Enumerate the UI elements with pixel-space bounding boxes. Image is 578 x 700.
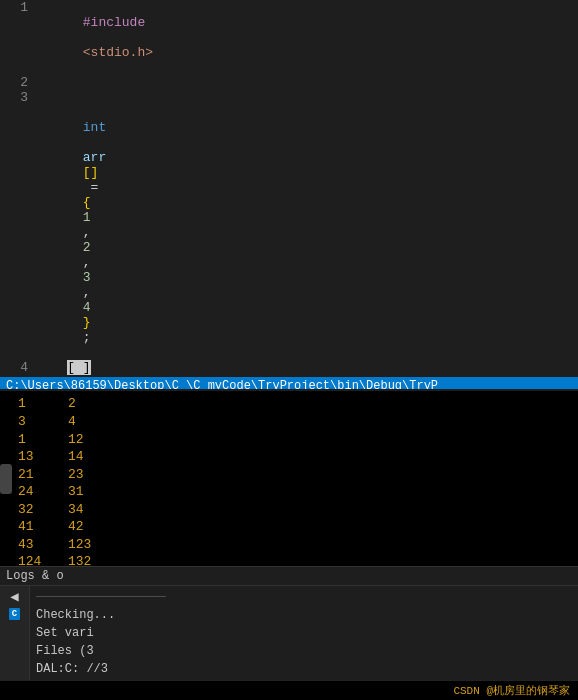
console-number: 42 — [68, 518, 118, 536]
console-number-row: 4142 — [18, 518, 560, 536]
comma1: , — [83, 225, 99, 240]
log-files: Files (3 — [36, 642, 572, 660]
log-separator: —————————————————— — [36, 588, 572, 606]
console-number: 123 — [68, 536, 118, 554]
console-number-row: 43123 — [18, 536, 560, 554]
console-number: 24 — [18, 483, 68, 501]
console-number-row: 1314 — [18, 448, 560, 466]
semicolon: ; — [83, 330, 91, 345]
line-number-1: 1 — [0, 0, 36, 15]
console-number: 31 — [68, 483, 118, 501]
code-text-4: [ ] — [36, 360, 91, 375]
number-grid: 1234112131421232431323441424312312413213… — [0, 391, 578, 566]
watermark-text: CSDN @机房里的钢琴家 — [453, 683, 570, 698]
assign: = — [83, 180, 106, 195]
console-number: 132 — [68, 553, 118, 566]
var-arr: arr — [83, 150, 106, 165]
code-line-1: 1 #include <stdio.h> — [0, 0, 578, 75]
console-number: 21 — [18, 466, 68, 484]
console-number-row: 34 — [18, 413, 560, 431]
scrollbar-left[interactable] — [0, 464, 12, 494]
code-line-3: 3 int arr [] = { 1 , 2 , 3 , 4 } ; — [0, 90, 578, 360]
console-number: 12 — [68, 431, 118, 449]
log-checking: Checking... — [36, 606, 572, 624]
code-line-2: 2 — [0, 75, 578, 90]
logs-tab-icon[interactable]: C — [5, 606, 25, 622]
keyword-include: #include — [83, 15, 145, 30]
console-number-row: 2123 — [18, 466, 560, 484]
console-number: 4 — [68, 413, 118, 431]
logs-title: Logs & o — [0, 567, 578, 586]
log-dal: DAL:C: //3 — [36, 660, 572, 678]
num-2: 2 — [83, 240, 91, 255]
console-number: 124 — [18, 553, 68, 566]
num-4: 4 — [83, 300, 91, 315]
keyword-int: int — [83, 120, 106, 135]
console-number: 14 — [68, 448, 118, 466]
header-name: <stdio.h> — [83, 45, 153, 60]
console-number: 2 — [68, 395, 118, 413]
console-number-row: 12 — [18, 395, 560, 413]
line-number-4: 4 — [0, 360, 36, 375]
line-number-3: 3 — [0, 90, 36, 105]
status-bar: CSDN @机房里的钢琴家 — [0, 680, 578, 700]
logs-text-content: —————————————————— Checking... Set vari … — [30, 586, 578, 680]
logs-panel: Logs & o ◀ C —————————————————— Checking… — [0, 566, 578, 680]
log-set-var: Set vari — [36, 624, 572, 642]
console-number-row: 112 — [18, 431, 560, 449]
indent — [83, 105, 114, 120]
comma3: , — [83, 285, 99, 300]
console-number: 23 — [68, 466, 118, 484]
console-number: 3 — [18, 413, 68, 431]
console-number-row: 2431 — [18, 483, 560, 501]
brackets: [] — [83, 165, 99, 180]
line-number-2: 2 — [0, 75, 36, 90]
brace-close: } — [83, 315, 91, 330]
code-text-3: int arr [] = { 1 , 2 , 3 , 4 } ; — [36, 90, 114, 360]
comma2: , — [83, 255, 99, 270]
code-line-4: 4 [ ] — [0, 360, 578, 375]
console-number: 13 — [18, 448, 68, 466]
console-number-row: 3234 — [18, 501, 560, 519]
code-rest — [83, 135, 91, 150]
num-1: 1 — [83, 210, 91, 225]
brace-open: { — [83, 195, 91, 210]
num-3: 3 — [83, 270, 91, 285]
console-number: 43 — [18, 536, 68, 554]
console-number: 1 — [18, 395, 68, 413]
code-editor: 1 #include <stdio.h> 2 3 int arr [] = { … — [0, 0, 578, 375]
logs-sidebar: ◀ C — [0, 586, 30, 680]
code-text-1: #include <stdio.h> — [36, 0, 153, 75]
arrow-left-icon[interactable]: ◀ — [5, 588, 25, 604]
space — [83, 30, 91, 45]
console-number-row: 124132 — [18, 553, 560, 566]
file-path-bar: C:\Users\86159\Desktop\C_\C_myCode\TryPr… — [0, 377, 578, 389]
console-number: 1 — [18, 431, 68, 449]
console-number: 41 — [18, 518, 68, 536]
console-area: 1234112131421232431323441424312312413213… — [0, 391, 578, 566]
console-number: 34 — [68, 501, 118, 519]
logs-body: ◀ C —————————————————— Checking... Set v… — [0, 586, 578, 680]
console-number: 32 — [18, 501, 68, 519]
console-output: 1234112131421232431323441424312312413213… — [0, 391, 578, 566]
c-tab-icon: C — [9, 608, 20, 620]
